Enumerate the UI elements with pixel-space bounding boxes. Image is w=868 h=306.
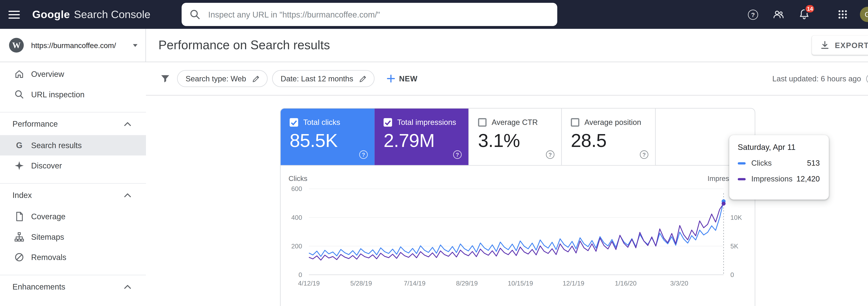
search-input[interactable] (207, 9, 547, 20)
metric-card-total-clicks[interactable]: Total clicks 85.5K (281, 109, 374, 165)
checkbox-checked-icon[interactable] (290, 118, 298, 127)
help-icon[interactable] (546, 150, 555, 159)
sidebar: https://burmancoffee.com/ Overview URL i (0, 29, 146, 306)
checkbox-checked-icon[interactable] (384, 118, 392, 127)
metric-card-average-ctr[interactable]: Average CTR 3.1% (468, 109, 561, 165)
help-icon[interactable] (640, 150, 648, 159)
page-title: Performance on Search results (158, 38, 330, 53)
help-icon[interactable] (453, 150, 462, 159)
search-icon (190, 9, 200, 20)
sidebar-section-performance[interactable]: Performance (0, 112, 146, 135)
chevron-up-icon (122, 190, 132, 200)
google-g-icon: G (14, 140, 24, 150)
new-filter-button[interactable]: NEW (383, 72, 422, 85)
svg-text:4/12/19: 4/12/19 (298, 280, 320, 287)
sidebar-item-search-results[interactable]: G Search results (0, 135, 146, 156)
metric-value: 2.79M (384, 130, 461, 151)
content-area: Total clicks 85.5K Total impressions 2.7… (146, 96, 868, 306)
filter-chip-date-range[interactable]: Date: Last 12 months (272, 70, 375, 87)
sidebar-item-discover[interactable]: Discover (0, 156, 146, 176)
sidebar-item-removals[interactable]: Removals (0, 247, 146, 267)
sidebar-item-overview[interactable]: Overview (0, 64, 146, 84)
sidebar-section-enhancements[interactable]: Enhancements (0, 275, 146, 298)
manage-users-icon[interactable] (772, 8, 785, 21)
chart-tooltip: Saturday, Apr 11 Clicks 513 Impressions … (729, 135, 829, 200)
summary-cards: Total clicks 85.5K Total impressions 2.7… (281, 109, 755, 166)
help-icon[interactable] (359, 150, 368, 159)
apps-grid-icon[interactable] (836, 8, 849, 21)
performance-chart[interactable]: Clicks Impressions 020040060005K10K4/12/… (281, 166, 755, 306)
svg-text:7/14/19: 7/14/19 (404, 280, 426, 287)
home-icon (14, 69, 24, 79)
svg-text:600: 600 (291, 185, 302, 193)
tooltip-row-impressions: Impressions 12,420 (738, 175, 820, 183)
wordpress-icon (9, 38, 24, 53)
sidebar-nav: Overview URL inspection Performance G (0, 62, 146, 298)
product-name: Search Console (74, 8, 151, 21)
app-logo[interactable]: Google Search Console (32, 8, 151, 21)
svg-text:1/16/20: 1/16/20 (615, 280, 637, 287)
metric-card-average-position[interactable]: Average position 28.5 (561, 109, 655, 165)
help-icon[interactable] (866, 74, 868, 83)
search-console-app: Google Search Console (0, 0, 868, 306)
svg-text:400: 400 (291, 214, 302, 221)
help-icon[interactable] (747, 8, 759, 21)
notifications-icon[interactable]: 14 (798, 8, 810, 21)
chevron-up-icon (122, 281, 132, 292)
block-slash-icon (14, 252, 24, 262)
svg-text:3/3/20: 3/3/20 (670, 280, 688, 287)
add-icon (387, 75, 395, 82)
url-inspect-searchbar[interactable] (182, 3, 557, 26)
sidebar-item-coverage[interactable]: Coverage (0, 206, 146, 227)
performance-panel: Total clicks 85.5K Total impressions 2.7… (280, 108, 755, 306)
tooltip-row-clicks: Clicks 513 (738, 159, 820, 167)
sidebar-item-url-inspection[interactable]: URL inspection (0, 84, 146, 105)
dropdown-caret-icon (133, 44, 137, 47)
metric-card-total-impressions[interactable]: Total impressions 2.79M (374, 109, 468, 165)
avatar[interactable]: G (860, 7, 868, 22)
property-url: https://burmancoffee.com/ (31, 41, 133, 49)
property-selector[interactable]: https://burmancoffee.com/ (0, 29, 146, 62)
clicks-series-swatch (738, 162, 746, 164)
page-header: Performance on Search results EXPORT (146, 29, 868, 62)
svg-text:10/15/19: 10/15/19 (508, 280, 533, 287)
filter-chip-search-type[interactable]: Search type: Web (177, 70, 268, 87)
metric-value: 28.5 (571, 130, 647, 151)
chevron-up-icon (122, 118, 132, 129)
tooltip-date: Saturday, Apr 11 (738, 142, 820, 151)
svg-text:5K: 5K (730, 242, 738, 250)
export-icon (819, 40, 830, 50)
svg-text:200: 200 (291, 242, 302, 250)
svg-text:10K: 10K (730, 214, 742, 221)
metric-value: 3.1% (478, 130, 553, 151)
checkbox-unchecked-icon[interactable] (571, 118, 579, 127)
edit-icon (359, 74, 367, 83)
edit-icon (252, 74, 260, 83)
svg-text:0: 0 (730, 271, 734, 278)
svg-text:5/28/19: 5/28/19 (350, 280, 372, 287)
top-bar: Google Search Console (0, 0, 868, 29)
google-wordmark: Google (32, 8, 70, 21)
checkbox-unchecked-icon[interactable] (478, 118, 487, 127)
page-icon (14, 211, 24, 222)
sidebar-section-index[interactable]: Index (0, 184, 146, 206)
filter-bar: Search type: Web Date: Last 12 months NE… (146, 62, 868, 95)
svg-text:0: 0 (299, 271, 302, 278)
metric-value: 85.5K (290, 130, 367, 151)
export-button[interactable]: EXPORT (812, 36, 868, 55)
impressions-series-swatch (738, 178, 746, 180)
last-updated: Last updated: 6 hours ago (772, 74, 868, 83)
menu-icon[interactable] (7, 8, 21, 21)
discover-star-icon (14, 161, 24, 171)
svg-text:12/1/19: 12/1/19 (563, 280, 584, 287)
chart-canvas[interactable]: 020040060005K10K4/12/195/28/197/14/198/2… (281, 166, 755, 301)
top-bar-actions: 14 G (747, 7, 868, 22)
notification-badge: 14 (805, 4, 815, 13)
sitemap-tree-icon (14, 232, 24, 242)
filter-icon (160, 73, 170, 84)
svg-text:8/29/19: 8/29/19 (456, 280, 478, 287)
search-icon (14, 89, 24, 100)
sidebar-item-sitemaps[interactable]: Sitemaps (0, 227, 146, 247)
